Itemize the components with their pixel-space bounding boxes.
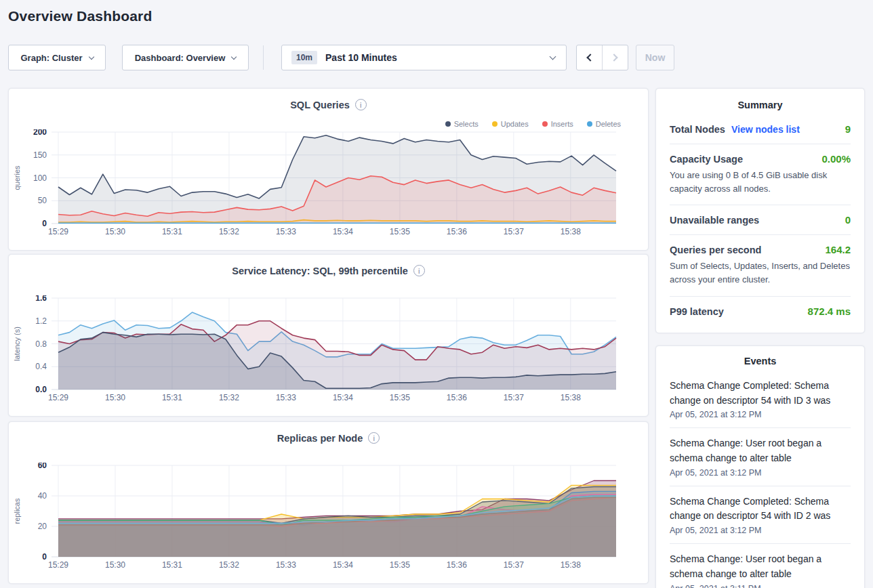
event-text: Schema Change: User root began a schema …: [670, 552, 851, 581]
svg-text:15:36: 15:36: [447, 393, 467, 402]
legend-label: Updates: [501, 120, 529, 128]
event-timestamp: Apr 05, 2021 at 3:12 PM: [670, 410, 851, 419]
summary-row-label: Capacity Usage: [670, 154, 743, 165]
svg-text:15:31: 15:31: [162, 560, 182, 570]
event-item: Schema Change: User root began a schema …: [670, 428, 851, 486]
chart-card-sql-queries: SQL Queriesi SelectsUpdatesInsertsDelete…: [8, 88, 649, 251]
summary-title: Summary: [670, 100, 851, 110]
svg-text:15:31: 15:31: [162, 227, 182, 236]
svg-text:15:37: 15:37: [504, 393, 524, 402]
summary-row-label: P99 latency: [670, 306, 724, 317]
replicas-per-node-chart[interactable]: 15:2915:3015:3115:3215:3315:3415:3515:36…: [9, 463, 649, 574]
summary-row-value: 164.2: [825, 244, 851, 255]
svg-text:100: 100: [33, 173, 47, 183]
service-latency-chart[interactable]: 15:2915:3015:3115:3215:3315:3415:3515:36…: [9, 295, 649, 406]
summary-row-value: 0.00%: [821, 153, 851, 165]
chevron-right-icon: [610, 54, 617, 61]
svg-text:200: 200: [33, 129, 47, 137]
summary-row-description: You are using 0 B of 4.5 GiB usable disk…: [670, 169, 851, 196]
time-forward-button[interactable]: [602, 45, 628, 70]
svg-text:15:30: 15:30: [105, 393, 125, 402]
svg-text:15:33: 15:33: [276, 393, 296, 402]
chevron-down-icon: [231, 54, 237, 59]
svg-text:60: 60: [38, 463, 47, 470]
svg-text:15:38: 15:38: [561, 560, 581, 570]
summary-row-label: Total Nodes: [670, 124, 725, 135]
svg-text:15:32: 15:32: [219, 227, 239, 236]
events-panel: Events Schema Change Completed: Schema c…: [655, 345, 865, 588]
svg-text:queries: queries: [13, 165, 21, 190]
svg-text:15:29: 15:29: [48, 227, 68, 236]
summary-row: Queries per second164.2Sum of Selects, U…: [670, 235, 851, 296]
svg-text:15:29: 15:29: [48, 560, 68, 570]
sql-queries-chart[interactable]: 15:2915:3015:3115:3215:3315:3415:3515:36…: [9, 129, 649, 240]
event-text: Schema Change: User root began a schema …: [670, 436, 851, 465]
event-text: Schema Change Completed: Schema change o…: [670, 379, 851, 408]
svg-text:15:30: 15:30: [105, 560, 125, 570]
svg-text:15:37: 15:37: [504, 560, 524, 570]
svg-text:15:38: 15:38: [561, 227, 581, 236]
time-range-label: Past 10 Minutes: [325, 52, 397, 63]
summary-row-label: Unavailable ranges: [670, 215, 759, 226]
events-title: Events: [670, 356, 851, 366]
chart-card-service-latency: Service Latency: SQL, 99th percentilei 1…: [8, 254, 649, 417]
time-back-button[interactable]: [577, 45, 602, 70]
time-range-picker[interactable]: 10m Past 10 Minutes: [281, 45, 567, 70]
chart-title: Replicas per Node: [277, 433, 363, 444]
event-text: Schema Change Completed: Schema change o…: [670, 495, 851, 524]
summary-row-label: Queries per second: [670, 245, 761, 255]
legend-item[interactable]: Deletes: [587, 120, 621, 128]
summary-row: P99 latency872.4 ms: [670, 297, 851, 326]
info-icon[interactable]: i: [368, 432, 380, 444]
time-step-buttons: [576, 45, 628, 70]
svg-text:replicas: replicas: [13, 498, 21, 524]
graph-dropdown[interactable]: Graph: Cluster: [8, 45, 106, 70]
svg-text:50: 50: [38, 196, 47, 205]
chevron-left-icon: [586, 54, 594, 61]
page-title: Overview Dashboard: [8, 8, 153, 24]
dashboard-dropdown[interactable]: Dashboard: Overview: [122, 45, 249, 70]
summary-rows: Total NodesView nodes list9Capacity Usag…: [670, 114, 851, 326]
legend-item[interactable]: Selects: [445, 120, 479, 128]
svg-text:150: 150: [33, 150, 47, 160]
svg-text:15:33: 15:33: [276, 560, 296, 570]
info-icon[interactable]: i: [355, 99, 367, 110]
svg-text:0.0: 0.0: [35, 385, 47, 394]
event-item: Schema Change: User root began a schema …: [670, 544, 851, 588]
summary-row: Capacity Usage0.00%You are using 0 B of …: [670, 144, 851, 205]
chart-legend: SelectsUpdatesInsertsDeletes: [445, 120, 621, 128]
chart-title: Service Latency: SQL, 99th percentile: [232, 266, 408, 276]
dashboard-dropdown-label: Dashboard: Overview: [135, 53, 226, 63]
legend-item[interactable]: Updates: [492, 120, 529, 128]
now-button[interactable]: Now: [636, 45, 674, 70]
svg-text:15:37: 15:37: [504, 227, 524, 236]
svg-text:0: 0: [42, 219, 47, 228]
event-item: Schema Change Completed: Schema change o…: [670, 486, 851, 544]
summary-panel: Summary Total NodesView nodes list9Capac…: [655, 88, 865, 333]
legend-label: Selects: [454, 120, 479, 128]
legend-dot-icon: [445, 121, 451, 127]
svg-text:15:34: 15:34: [333, 393, 353, 402]
svg-text:15:34: 15:34: [333, 560, 353, 570]
legend-label: Inserts: [551, 120, 573, 128]
svg-text:40: 40: [38, 491, 47, 501]
svg-text:1.6: 1.6: [35, 295, 47, 303]
summary-row-value: 872.4 ms: [808, 306, 851, 317]
graph-dropdown-label: Graph: Cluster: [20, 53, 82, 63]
summary-row-value: 0: [845, 214, 851, 226]
event-timestamp: Apr 05, 2021 at 3:12 PM: [670, 526, 851, 535]
svg-text:15:30: 15:30: [105, 227, 125, 236]
legend-label: Deletes: [596, 120, 621, 128]
info-icon[interactable]: i: [413, 265, 425, 276]
chevron-down-icon: [550, 54, 556, 60]
svg-text:1.2: 1.2: [35, 316, 47, 326]
svg-text:0: 0: [42, 552, 47, 562]
events-list: Schema Change Completed: Schema change o…: [670, 371, 851, 588]
svg-text:15:36: 15:36: [447, 227, 467, 236]
legend-item[interactable]: Inserts: [542, 120, 573, 128]
summary-row-value: 9: [845, 123, 851, 135]
view-nodes-link[interactable]: View nodes list: [731, 124, 800, 135]
svg-text:15:35: 15:35: [390, 560, 410, 570]
legend-dot-icon: [542, 121, 548, 127]
svg-text:15:32: 15:32: [219, 560, 239, 570]
